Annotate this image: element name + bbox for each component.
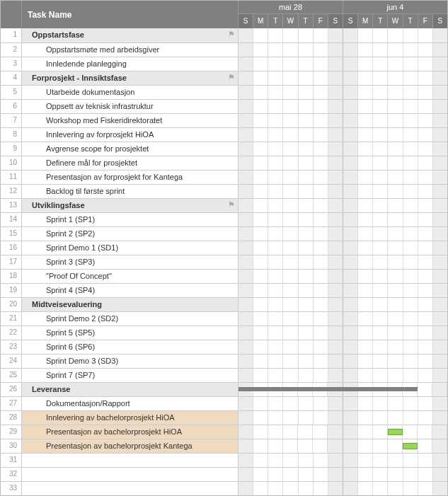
- task-row[interactable]: 1Oppstartsfase⚑: [1, 28, 447, 42]
- task-cell[interactable]: Sprint 2 (SP2): [22, 227, 239, 241]
- task-row[interactable]: 6Oppsett av teknisk infrastruktur: [1, 99, 447, 113]
- task-cell[interactable]: Innlevering av forprosjekt HiOA: [22, 128, 239, 142]
- task-cell[interactable]: Leveranse: [22, 383, 239, 396]
- task-row[interactable]: 24Sprint Demo 3 (SD3): [1, 354, 447, 368]
- task-row[interactable]: 29Presentasjon av bachelorprosjekt HiOA: [1, 425, 447, 439]
- gantt-day: [328, 43, 343, 57]
- task-cell[interactable]: Midtveisevaluering: [22, 298, 239, 311]
- task-row[interactable]: 8Innlevering av forprosjekt HiOA: [1, 127, 447, 142]
- gantt-day: [388, 156, 403, 170]
- task-cell[interactable]: Sprint Demo 1 (SD1): [22, 241, 239, 255]
- gantt-day: [253, 425, 268, 439]
- task-row[interactable]: 22Sprint 5 (SP5): [1, 325, 447, 340]
- task-row[interactable]: 19Sprint 4 (SP4): [1, 283, 447, 297]
- task-row[interactable]: 3Innledende planlegging: [1, 57, 447, 71]
- task-row[interactable]: 26Leveranse: [1, 382, 447, 396]
- task-cell[interactable]: Avgrense scope for prosjektet: [22, 142, 239, 156]
- task-cell[interactable]: Sprint 6 (SP6): [22, 340, 239, 354]
- task-row[interactable]: 12Backlog til første sprint: [1, 184, 447, 198]
- task-label: Sprint Demo 2 (SD2): [22, 314, 118, 323]
- task-cell[interactable]: "Proof Of Concept": [22, 270, 239, 283]
- task-row[interactable]: 27Dokumentasjon/Rapport: [1, 396, 447, 410]
- task-row[interactable]: 17Sprint 3 (SP3): [1, 255, 447, 269]
- gantt-day: [388, 142, 403, 156]
- task-row[interactable]: 2Oppstartsmøte med arbeidsgiver: [1, 42, 447, 57]
- gantt-day: [433, 468, 447, 481]
- gantt-day: [403, 185, 418, 198]
- task-cell[interactable]: Oppstartsmøte med arbeidsgiver: [22, 43, 239, 57]
- task-cell[interactable]: Innlevering av bachelorprosjekt HiOA: [22, 411, 239, 425]
- task-cell[interactable]: Sprint 5 (SP5): [22, 326, 239, 340]
- task-row[interactable]: 30Presentasjon av bachelorprosjekt Kante…: [1, 439, 447, 453]
- task-cell[interactable]: Sprint Demo 2 (SD2): [22, 312, 239, 325]
- task-cell[interactable]: [22, 468, 239, 481]
- task-bar[interactable]: [403, 443, 418, 449]
- task-row[interactable]: 5Utarbeide dokumentasjon: [1, 85, 447, 99]
- gantt-day: [343, 270, 358, 283]
- gantt-day: [268, 241, 283, 255]
- gantt-day: [328, 326, 343, 340]
- task-cell[interactable]: Oppsett av teknisk infrastruktur: [22, 100, 239, 113]
- task-row[interactable]: 33: [1, 481, 447, 495]
- row-number: 27: [1, 397, 22, 410]
- task-row[interactable]: 20Midtveisevaluering: [1, 297, 447, 311]
- task-cell[interactable]: Sprint 7 (SP7): [22, 369, 239, 382]
- task-cell[interactable]: Presentasjon av bachelorprosjekt Kantega: [22, 439, 239, 453]
- task-cell[interactable]: Workshop med Fiskeridirektoratet: [22, 114, 239, 127]
- task-cell[interactable]: Sprint 3 (SP3): [22, 255, 239, 269]
- task-name-header[interactable]: Task Name: [22, 1, 239, 28]
- row-number: 29: [1, 425, 22, 439]
- task-row[interactable]: 23Sprint 6 (SP6): [1, 340, 447, 354]
- gantt-day: [268, 71, 283, 85]
- task-cell[interactable]: Oppstartsfase⚑: [22, 28, 239, 42]
- task-cell[interactable]: Forprosjekt - Innsiktsfase⚑: [22, 71, 239, 85]
- task-cell[interactable]: Utviklingsfase⚑: [22, 199, 239, 212]
- task-row[interactable]: 14Sprint 1 (SP1): [1, 212, 447, 226]
- task-cell[interactable]: Innledende planlegging: [22, 57, 239, 71]
- gantt-day: [373, 397, 388, 410]
- task-cell[interactable]: Sprint 4 (SP4): [22, 284, 239, 297]
- task-cell[interactable]: Definere mål for prosjektet: [22, 156, 239, 170]
- gantt-day: [388, 100, 403, 113]
- week-col-1[interactable]: jun 4 S M T W T F S: [343, 1, 447, 28]
- gantt-day: [388, 468, 403, 481]
- task-cell[interactable]: [22, 454, 239, 467]
- task-row[interactable]: 18"Proof Of Concept": [1, 269, 447, 283]
- task-row[interactable]: 7Workshop med Fiskeridirektoratet: [1, 113, 447, 127]
- task-row[interactable]: 25Sprint 7 (SP7): [1, 368, 447, 382]
- task-row[interactable]: 9Avgrense scope for prosjektet: [1, 142, 447, 156]
- task-cell[interactable]: Presentasjon av forprosjekt for Kantega: [22, 171, 239, 184]
- gantt-cell: [239, 241, 447, 255]
- gantt-day: [433, 199, 447, 212]
- gantt-day: [388, 57, 403, 71]
- task-row[interactable]: 15Sprint 2 (SP2): [1, 226, 447, 241]
- task-row[interactable]: 31: [1, 453, 447, 467]
- gantt-day: [239, 241, 253, 255]
- gantt-day: [268, 369, 283, 382]
- task-cell[interactable]: Sprint 1 (SP1): [22, 213, 239, 226]
- task-cell[interactable]: Sprint Demo 3 (SD3): [22, 354, 239, 368]
- task-bar[interactable]: [388, 429, 403, 435]
- week-col-0[interactable]: mai 28 S M T W T F S: [239, 1, 343, 28]
- gantt-day: [253, 227, 268, 241]
- gantt-cell: [239, 439, 447, 453]
- task-cell[interactable]: Utarbeide dokumentasjon: [22, 86, 239, 99]
- gantt-day: [283, 454, 298, 467]
- task-row[interactable]: 28Innlevering av bachelorprosjekt HiOA: [1, 410, 447, 425]
- gantt-day: [418, 100, 433, 113]
- task-row[interactable]: 16Sprint Demo 1 (SD1): [1, 241, 447, 255]
- task-cell[interactable]: Backlog til første sprint: [22, 185, 239, 198]
- task-row[interactable]: 32: [1, 467, 447, 481]
- task-name-title: Task Name: [22, 3, 77, 27]
- task-row[interactable]: 21Sprint Demo 2 (SD2): [1, 311, 447, 325]
- task-row[interactable]: 10Definere mål for prosjektet: [1, 156, 447, 170]
- gantt-day: [268, 86, 283, 99]
- task-row[interactable]: 11Presentasjon av forprosjekt for Kanteg…: [1, 170, 447, 184]
- gantt-day: [388, 185, 403, 198]
- task-row[interactable]: 13Utviklingsfase⚑: [1, 198, 447, 212]
- task-cell[interactable]: [22, 482, 239, 495]
- task-cell[interactable]: Presentasjon av bachelorprosjekt HiOA: [22, 425, 239, 439]
- task-row[interactable]: 4Forprosjekt - Innsiktsfase⚑: [1, 71, 447, 85]
- task-cell[interactable]: Dokumentasjon/Rapport: [22, 397, 239, 410]
- gantt-day: [433, 213, 447, 226]
